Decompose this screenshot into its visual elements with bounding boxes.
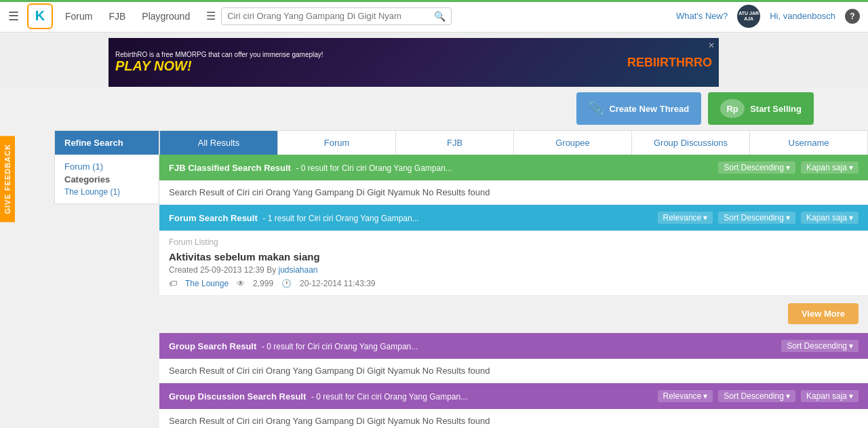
forum-listing-label: Forum Listing [169, 237, 859, 247]
logo-letter: K [35, 8, 45, 24]
paperclip-icon: 📎 [589, 101, 604, 116]
content-area: All Results Forum FJB Groupee Group Disc… [159, 130, 868, 428]
left-sidebar: Refine Search Forum (1) Categories The L… [54, 130, 159, 204]
forum-controls: Relevance ▾ Sort Descending ▾ Kapan saja… [658, 212, 859, 224]
view-more-button[interactable]: View More [788, 303, 859, 324]
fjb-result-header: FJB Classified Search Result - 0 result … [159, 155, 868, 180]
fjb-result-title: FJB Classified Search Result [169, 163, 291, 173]
fjb-kapan-button[interactable]: Kapan saja ▾ [801, 161, 859, 174]
ad-banner: RebirthRO is a free MMORPG that can offe… [108, 38, 719, 87]
search-bar: 🔍 [221, 7, 452, 25]
thread-author[interactable]: judsiahaan [278, 265, 317, 275]
topnav-right: What's New? ATU JAR AJA Hi, vandenbosch … [676, 5, 860, 28]
refine-search-button[interactable]: Refine Search [55, 131, 159, 155]
chevron-down-icon: ▾ [849, 341, 853, 351]
fjb-controls: Sort Descending ▾ Kapan saja ▾ [718, 161, 859, 174]
eye-icon: 👁 [237, 279, 245, 288]
fjb-result-body: Search Result of Ciri ciri Orang Yang Ga… [159, 180, 868, 204]
search-input[interactable] [227, 11, 434, 21]
hamburger-menu[interactable]: ☰ [8, 9, 19, 24]
group-sort-button[interactable]: Sort Descending ▾ [781, 340, 859, 352]
group-discussion-result-header: Group Discussion Search Result - 0 resul… [159, 383, 868, 409]
search-icon[interactable]: 🔍 [434, 11, 446, 22]
ad-play-text: PLAY NOW! [115, 58, 323, 74]
group-discussion-kapan-button[interactable]: Kapan saja ▾ [801, 390, 859, 402]
thread-meta: Created 25-09-2013 12:39 By judsiahaan [169, 265, 859, 275]
tab-all-results[interactable]: All Results [160, 131, 278, 155]
create-thread-label: Create New Thread [609, 104, 689, 114]
fjb-result-subtitle: - 0 result for Ciri ciri Orang Yang Gamp… [296, 163, 452, 173]
view-more-wrapper: View More [159, 295, 868, 332]
thread-tags: 🏷 The Lounge 👁 2,999 🕐 20-12-2014 11:43:… [169, 279, 859, 288]
sidebar-categories-label: Categories [64, 174, 149, 184]
action-buttons-area: 📎 Create New Thread Rp Start Selling [0, 87, 868, 130]
chevron-down-icon: ▾ [849, 391, 853, 401]
tab-forum[interactable]: Forum [278, 131, 396, 155]
menu-icon[interactable]: ☰ [206, 9, 216, 22]
forum-result-title: Forum Search Result [169, 213, 258, 223]
forum-kapan-button[interactable]: Kapan saja ▾ [801, 212, 859, 224]
forum-sort-button[interactable]: Sort Descending ▾ [718, 212, 795, 224]
tag-icon: 🏷 [169, 279, 177, 288]
group-result-body: Search Result of Ciri ciri Orang Yang Ga… [159, 359, 868, 383]
forum-relevance-button[interactable]: Relevance ▾ [658, 212, 713, 224]
tab-fjb[interactable]: FJB [396, 131, 514, 155]
group-discussion-relevance-button[interactable]: Relevance ▾ [658, 390, 713, 402]
forum-result-section: Forum Search Result - 1 result for Ciri … [159, 205, 868, 333]
chevron-down-icon: ▾ [703, 391, 707, 401]
fjb-sort-button[interactable]: Sort Descending ▾ [718, 161, 795, 174]
site-logo[interactable]: K [27, 3, 53, 29]
ad-close-button[interactable]: ✕ [708, 41, 715, 50]
group-discussion-result-section: Group Discussion Search Result - 0 resul… [159, 383, 868, 428]
group-result-header: Group Search Result - 0 result for Ciri … [159, 333, 868, 359]
forum-result-header: Forum Search Result - 1 result for Ciri … [159, 205, 868, 231]
username-label[interactable]: Hi, vandenbosch [770, 11, 835, 21]
tab-username[interactable]: Username [750, 131, 867, 155]
group-result-subtitle: - 0 result for Ciri ciri Orang Yang Gamp… [262, 342, 418, 351]
start-selling-button[interactable]: Rp Start Selling [708, 92, 814, 125]
avatar-text: ATU JAR AJA [737, 11, 760, 21]
rp-icon: Rp [720, 99, 745, 118]
ad-logo: REBIIRTHRRO [627, 56, 712, 70]
sidebar-forum-item[interactable]: Forum (1) [64, 161, 149, 172]
group-controls: Sort Descending ▾ [781, 340, 859, 352]
thread-title[interactable]: Aktivitas sebelum makan siang [169, 251, 859, 262]
ad-subtitle: RebirthRO is a free MMORPG that can offe… [115, 51, 323, 58]
group-discussion-controls: Relevance ▾ Sort Descending ▾ Kapan saja… [658, 390, 859, 402]
nav-fjb[interactable]: FJB [108, 11, 125, 22]
group-discussion-no-results: Search Result of Ciri ciri Orang Yang Ga… [169, 416, 490, 426]
whats-new-link[interactable]: What's New? [676, 11, 728, 21]
nav-playground[interactable]: Playground [142, 11, 190, 22]
search-tabs: All Results Forum FJB Groupee Group Disc… [159, 130, 868, 155]
group-result-section: Group Search Result - 0 result for Ciri … [159, 333, 868, 383]
create-thread-button[interactable]: 📎 Create New Thread [576, 92, 701, 125]
sidebar-lounge-item[interactable]: The Lounge (1) [64, 187, 149, 197]
tab-group-discussions[interactable]: Group Discussions [632, 131, 750, 155]
group-discussion-result-subtitle: - 0 result for Ciri ciri Orang Yang Gamp… [311, 392, 467, 402]
forum-result-subtitle: - 1 result for Ciri ciri Orang Yang Gamp… [262, 214, 418, 223]
help-icon[interactable]: ? [845, 9, 860, 24]
chevron-down-icon: ▾ [786, 391, 790, 401]
thread-tag-link[interactable]: The Lounge [185, 279, 229, 288]
thread-created: Created 25-09-2013 12:39 [169, 265, 264, 275]
thread-by: By [267, 265, 276, 275]
nav-forum[interactable]: Forum [65, 11, 92, 22]
tab-groupee[interactable]: Groupee [514, 131, 632, 155]
chevron-down-icon: ▾ [849, 163, 853, 172]
chevron-down-icon: ▾ [786, 163, 790, 172]
fjb-result-section: FJB Classified Search Result - 0 result … [159, 155, 868, 205]
chevron-down-icon: ▾ [703, 213, 707, 222]
group-discussion-result-title: Group Discussion Search Result [169, 391, 306, 402]
feedback-tab[interactable]: GIVE FEEDBACK [0, 136, 15, 222]
start-selling-label: Start Selling [750, 104, 802, 114]
clock-icon: 🕐 [281, 279, 292, 288]
forum-result-body: Forum Listing Aktivitas sebelum makan si… [159, 231, 868, 295]
group-no-results: Search Result of Ciri ciri Orang Yang Ga… [169, 366, 490, 376]
group-discussion-sort-button[interactable]: Sort Descending ▾ [718, 390, 795, 402]
group-discussion-result-body: Search Result of Ciri ciri Orang Yang Ga… [159, 409, 868, 428]
chevron-down-icon: ▾ [786, 213, 790, 222]
thread-date: 20-12-2014 11:43:39 [300, 279, 375, 288]
group-result-title: Group Search Result [169, 341, 256, 351]
avatar[interactable]: ATU JAR AJA [737, 5, 760, 28]
main-wrapper: Refine Search Forum (1) Categories The L… [0, 130, 868, 428]
